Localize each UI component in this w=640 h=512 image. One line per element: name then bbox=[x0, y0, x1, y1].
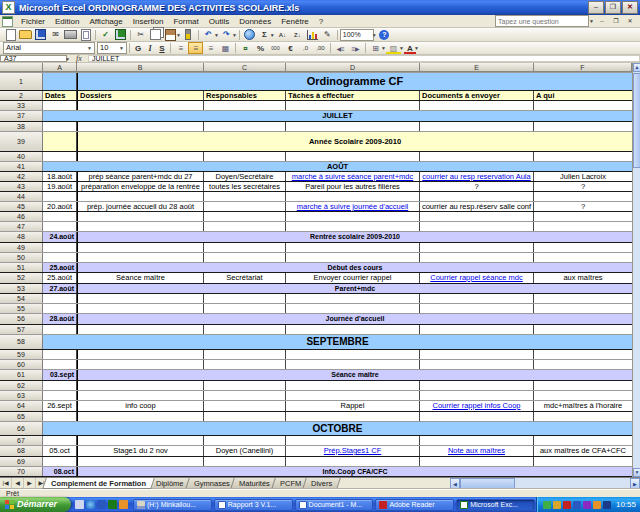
cell-document[interactable]: Courrier rappel séance mdc bbox=[420, 273, 534, 283]
cell[interactable] bbox=[43, 192, 77, 201]
taskbar-window-explorer[interactable]: (H:) Minkailou... bbox=[133, 499, 212, 511]
cell[interactable] bbox=[77, 243, 204, 252]
cell[interactable] bbox=[534, 457, 632, 466]
sheet-title-cell[interactable]: Ordinogramme CF bbox=[77, 73, 632, 90]
cell[interactable] bbox=[534, 294, 632, 303]
close-icon[interactable]: ✕ bbox=[622, 1, 638, 14]
row-header[interactable]: 62 bbox=[0, 381, 43, 390]
sort-ascending-icon[interactable]: A↓ bbox=[275, 29, 290, 41]
col-header-e[interactable]: E bbox=[420, 63, 534, 72]
increase-decimal-icon[interactable]: ,0 bbox=[298, 42, 313, 54]
cell[interactable] bbox=[204, 152, 286, 161]
cell[interactable] bbox=[204, 325, 286, 334]
row-header[interactable]: 40 bbox=[0, 152, 43, 161]
cell[interactable] bbox=[534, 325, 632, 334]
workbook-close-icon[interactable]: ✕ bbox=[624, 16, 636, 27]
cell[interactable] bbox=[286, 101, 420, 110]
cell[interactable] bbox=[534, 381, 632, 390]
header-responsables[interactable]: Responsables bbox=[204, 91, 286, 100]
col-header-c[interactable]: C bbox=[204, 63, 286, 72]
hyperlink[interactable]: Courrier rappel infos Coop bbox=[433, 401, 521, 410]
cell[interactable] bbox=[420, 391, 534, 400]
cell[interactable] bbox=[420, 412, 534, 421]
cell[interactable] bbox=[43, 325, 77, 334]
cell[interactable] bbox=[43, 101, 77, 110]
scroll-down-icon[interactable]: ▼ bbox=[633, 468, 640, 477]
cell[interactable] bbox=[204, 253, 286, 262]
cell-document[interactable]: ? bbox=[420, 182, 534, 191]
hyperlink[interactable]: Courrier rappel séance mdc bbox=[430, 273, 523, 282]
select-all-corner[interactable] bbox=[0, 63, 43, 72]
cell-date[interactable]: 28.août bbox=[43, 314, 77, 324]
cell[interactable] bbox=[43, 73, 77, 90]
row-header[interactable]: 57 bbox=[0, 325, 43, 334]
cell-date[interactable]: 25.août bbox=[43, 263, 77, 272]
increase-indent-icon[interactable]: ≡▶ bbox=[348, 42, 363, 54]
cell[interactable] bbox=[77, 457, 204, 466]
month-banner-aout[interactable]: AOÛT bbox=[43, 162, 632, 171]
cell[interactable] bbox=[77, 212, 204, 221]
italic-button[interactable]: I bbox=[144, 42, 156, 54]
cell-document[interactable]: Courrier rappel infos Coop bbox=[420, 401, 534, 411]
cell-responsable[interactable]: Doyen/Secrétaire bbox=[204, 172, 286, 181]
row-header[interactable]: 37 bbox=[0, 111, 43, 121]
tray-icon-6[interactable] bbox=[593, 501, 601, 509]
cell[interactable] bbox=[204, 192, 286, 201]
row-header[interactable]: 51 bbox=[0, 263, 43, 272]
cell[interactable] bbox=[43, 132, 77, 151]
cell[interactable] bbox=[286, 391, 420, 400]
header-documents[interactable]: Documents à envoyer bbox=[420, 91, 534, 100]
month-banner-septembre[interactable]: SEPTEMBRE bbox=[43, 335, 632, 349]
cell[interactable] bbox=[204, 457, 286, 466]
row-header[interactable]: 33 bbox=[0, 101, 43, 110]
chart-wizard-icon[interactable] bbox=[305, 29, 320, 41]
cell-aqui[interactable]: aux maîtres bbox=[534, 273, 632, 283]
cell-date[interactable]: 20.août bbox=[43, 202, 77, 211]
cell[interactable] bbox=[286, 122, 420, 131]
cell-dossier[interactable]: prép séance parent+mdc du 27 bbox=[77, 172, 204, 181]
row-header[interactable]: 43 bbox=[0, 182, 43, 191]
cell-date[interactable]: 05.oct bbox=[43, 446, 77, 456]
cell[interactable] bbox=[534, 391, 632, 400]
copy-icon[interactable] bbox=[148, 29, 163, 41]
currency-icon[interactable]: ¤ bbox=[238, 42, 253, 54]
event-banner[interactable]: Parent+mdc bbox=[77, 284, 632, 293]
cell[interactable] bbox=[77, 350, 204, 359]
cell[interactable] bbox=[420, 350, 534, 359]
formula-content[interactable]: JUILLET bbox=[88, 55, 640, 62]
cell-responsable[interactable] bbox=[204, 401, 286, 411]
question-dropdown-icon[interactable]: ▼ bbox=[589, 18, 594, 24]
cell-tache[interactable]: Envoyer courrier rappel bbox=[286, 273, 420, 283]
outlook-quicklaunch-icon[interactable] bbox=[119, 500, 128, 509]
tray-icon-1[interactable] bbox=[543, 501, 551, 509]
scroll-up-icon[interactable]: ▲ bbox=[633, 63, 640, 72]
cell[interactable] bbox=[77, 360, 204, 369]
cell-aqui[interactable]: aux maîtres de CFA+CFC bbox=[534, 446, 632, 456]
cell[interactable] bbox=[286, 304, 420, 313]
row-header[interactable]: 68 bbox=[0, 446, 43, 456]
event-banner[interactable]: Séance maître bbox=[77, 370, 632, 380]
cell[interactable] bbox=[77, 412, 204, 421]
row-header[interactable]: 1 bbox=[0, 73, 43, 90]
redo-dropdown-icon[interactable]: ▼ bbox=[232, 32, 237, 38]
word-quicklaunch-icon[interactable] bbox=[97, 500, 106, 509]
cell[interactable] bbox=[77, 192, 204, 201]
month-banner-juillet[interactable]: JUILLET bbox=[43, 111, 632, 121]
hyperlink[interactable]: Prép.Stages1 CF bbox=[324, 446, 382, 455]
row-header[interactable]: 61 bbox=[0, 370, 43, 380]
start-button[interactable]: Démarrer bbox=[0, 497, 71, 512]
event-banner[interactable]: Info.Coop CFA/CFC bbox=[77, 467, 632, 476]
col-header-a[interactable]: A bbox=[43, 63, 77, 72]
euro-icon[interactable]: € bbox=[283, 42, 298, 54]
tray-icon-4[interactable] bbox=[573, 501, 581, 509]
cell[interactable] bbox=[43, 253, 77, 262]
cell-date[interactable]: 03.sept bbox=[43, 370, 77, 380]
tray-icon-5[interactable] bbox=[583, 501, 591, 509]
hyperlink-icon[interactable] bbox=[242, 29, 257, 41]
tab-next-icon[interactable]: ▶ bbox=[24, 478, 36, 489]
row-header[interactable]: 50 bbox=[0, 253, 43, 262]
milliers-icon[interactable]: 000 bbox=[268, 42, 283, 54]
cell[interactable] bbox=[43, 212, 77, 221]
cell[interactable] bbox=[286, 381, 420, 390]
cell[interactable] bbox=[204, 436, 286, 445]
